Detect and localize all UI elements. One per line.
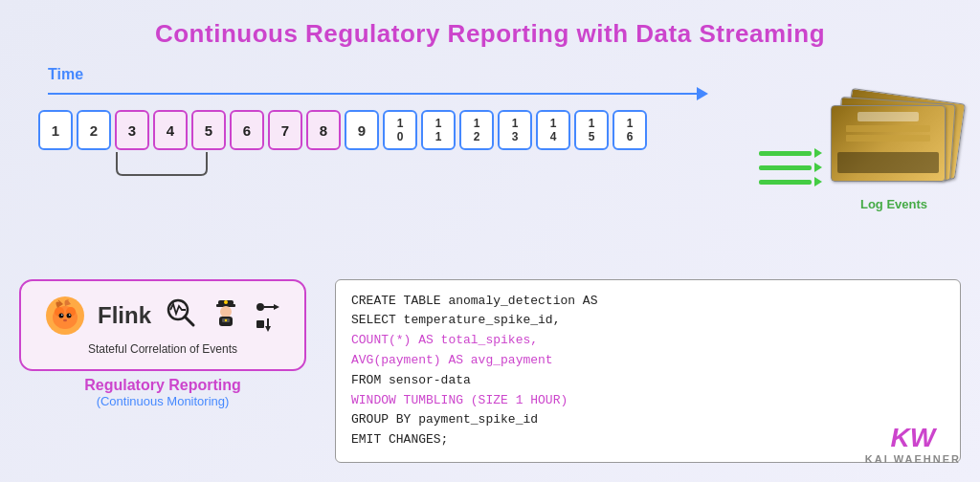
svg-point-7 bbox=[69, 314, 71, 316]
sql-line-8: EMIT CHANGES; bbox=[351, 430, 945, 450]
bottom-section: Flink bbox=[19, 279, 961, 463]
svg-point-18 bbox=[256, 303, 264, 311]
green-arrowhead-2 bbox=[814, 163, 822, 172]
num-box-16: 1 6 bbox=[612, 110, 647, 150]
num-box-7: 7 bbox=[268, 110, 302, 150]
svg-point-14 bbox=[220, 306, 232, 318]
num-box-8: 8 bbox=[306, 110, 341, 150]
num-box-3: 3 bbox=[115, 110, 149, 150]
num-box-6: 6 bbox=[230, 110, 264, 150]
num-box-15: 1 5 bbox=[574, 110, 609, 150]
flink-logo-icon bbox=[44, 295, 86, 337]
green-arrows-container bbox=[759, 148, 822, 186]
regulatory-sub: (Continuous Monitoring) bbox=[19, 394, 306, 408]
regulatory-title: Regulatory Reporting bbox=[19, 377, 306, 394]
time-arrow bbox=[48, 87, 951, 100]
num-box-12: 1 2 bbox=[459, 110, 494, 150]
time-arrow-head bbox=[697, 87, 708, 100]
svg-line-10 bbox=[185, 317, 193, 325]
svg-point-5 bbox=[66, 313, 71, 318]
svg-point-4 bbox=[58, 313, 63, 318]
num-box-11: 1 1 bbox=[421, 110, 456, 150]
num-box-1: 1 bbox=[38, 110, 73, 150]
num-box-9: 9 bbox=[345, 110, 379, 150]
flink-column: Flink bbox=[19, 279, 306, 408]
num-box-14: 1 4 bbox=[536, 110, 570, 150]
sql-line-4: AVG(payment) AS avg_payment bbox=[351, 351, 945, 371]
num-box-13: 1 3 bbox=[498, 110, 532, 150]
num-box-2: 2 bbox=[77, 110, 111, 150]
main-title: Continuous Regulatory Reporting with Dat… bbox=[29, 19, 951, 49]
svg-rect-21 bbox=[256, 320, 264, 328]
kw-name: KAI WAEHNER bbox=[865, 453, 961, 465]
card-stack bbox=[827, 96, 961, 191]
svg-point-8 bbox=[63, 318, 67, 320]
kw-letters: KW bbox=[865, 423, 961, 453]
boxes-row: 1234567891 01 11 21 31 41 51 6 bbox=[38, 110, 951, 150]
police-officer-icon bbox=[209, 295, 243, 336]
svg-point-6 bbox=[61, 314, 63, 316]
num-box-10: 1 0 bbox=[383, 110, 417, 150]
svg-marker-20 bbox=[274, 304, 279, 310]
green-arrow-1 bbox=[759, 151, 812, 156]
analytics-search-icon bbox=[163, 295, 197, 336]
svg-point-17 bbox=[225, 319, 227, 321]
log-events-label: Log Events bbox=[860, 197, 927, 211]
svg-point-13 bbox=[224, 300, 228, 304]
num-box-4: 4 bbox=[153, 110, 188, 150]
green-arrowhead-3 bbox=[814, 177, 822, 186]
time-section: Time bbox=[48, 66, 951, 100]
kw-logo: KW KAI WAEHNER bbox=[865, 423, 961, 465]
time-arrow-line bbox=[48, 93, 699, 95]
sql-line-1: CREATE TABLE anomaly_detection AS bbox=[351, 292, 945, 312]
svg-marker-23 bbox=[265, 326, 271, 332]
sql-line-2: SELECT temperature_spike_id, bbox=[351, 311, 945, 331]
kw-k: K bbox=[891, 423, 910, 452]
slide: Continuous Regulatory Reporting with Dat… bbox=[0, 0, 980, 482]
sql-line-5: FROM sensor-data bbox=[351, 371, 945, 391]
sql-line-7: GROUP BY payment_spike_id bbox=[351, 410, 945, 430]
time-label: Time bbox=[48, 66, 951, 83]
flink-icons-row: Flink bbox=[44, 295, 281, 337]
sql-line-3: COUNT(*) AS total_spikes, bbox=[351, 331, 945, 351]
green-arrowhead-1 bbox=[814, 148, 822, 158]
kw-w: W bbox=[910, 423, 935, 452]
flink-box: Flink bbox=[19, 279, 306, 371]
data-flow-arrows-icon bbox=[255, 299, 281, 332]
log-events-section: Log Events bbox=[827, 96, 961, 211]
num-box-5: 5 bbox=[191, 110, 226, 150]
regulatory-label: Regulatory Reporting (Continuous Monitor… bbox=[19, 377, 306, 408]
sql-line-6: WINDOW TUMBLING (SIZE 1 HOUR) bbox=[351, 391, 945, 411]
flink-label: Flink bbox=[98, 302, 151, 329]
green-arrow-3 bbox=[759, 180, 812, 185]
green-arrow-2 bbox=[759, 165, 812, 170]
card-front bbox=[831, 105, 946, 182]
flink-subtitle: Stateful Correlation of Events bbox=[88, 342, 237, 356]
